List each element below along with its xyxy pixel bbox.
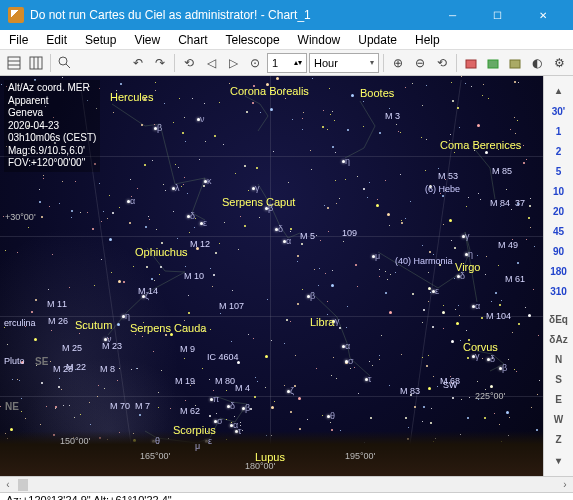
- star-greek-label: β: [245, 403, 250, 413]
- star-greek-label: β: [310, 291, 315, 301]
- horizontal-scrollbar[interactable]: ‹ ›: [0, 476, 573, 492]
- window-title: Do not run Cartes du Ciel as administrat…: [30, 8, 430, 22]
- object-label: M 70: [110, 401, 130, 411]
- time-prev-button[interactable]: ◁: [201, 53, 221, 73]
- svg-point-6: [59, 57, 67, 65]
- fov-button-310[interactable]: 310: [548, 281, 570, 301]
- time-now-button[interactable]: ⊙: [245, 53, 265, 73]
- menu-telescope[interactable]: Telescope: [217, 31, 289, 49]
- nav-button-E[interactable]: E: [548, 389, 570, 409]
- fov-button-45[interactable]: 45: [548, 221, 570, 241]
- star-greek-label: δ: [278, 224, 283, 234]
- star-greek-label: γ: [475, 351, 480, 361]
- menu-setup[interactable]: Setup: [76, 31, 125, 49]
- object-label: M 107: [219, 301, 244, 311]
- grid2-button[interactable]: [26, 53, 46, 73]
- menu-update[interactable]: Update: [349, 31, 406, 49]
- print-button[interactable]: [505, 53, 525, 73]
- fov-button-90[interactable]: 90: [548, 241, 570, 261]
- star-greek-label: α: [345, 341, 350, 351]
- constellation-label: Hercules: [110, 91, 153, 103]
- star-greek-label: β: [502, 363, 507, 373]
- undo-button[interactable]: ↶: [128, 53, 148, 73]
- maximize-button[interactable]: ☐: [475, 0, 520, 30]
- star-greek-label: κ: [207, 176, 212, 186]
- night-button[interactable]: ◐: [527, 53, 547, 73]
- object-label: M 19: [175, 376, 195, 386]
- time-reset-button[interactable]: ⟲: [179, 53, 199, 73]
- svg-line-7: [66, 64, 70, 68]
- star-greek-label: β: [268, 203, 273, 213]
- constellation-label: Serpens Caput: [222, 196, 295, 208]
- export-button[interactable]: [461, 53, 481, 73]
- star-greek-label: ε: [203, 218, 207, 228]
- nav-button-Z[interactable]: Z: [548, 429, 570, 449]
- constellation-label: Coma Berenices: [440, 139, 521, 151]
- star-greek-label: η: [125, 311, 130, 321]
- scroll-left-button[interactable]: ‹: [0, 479, 16, 490]
- time-next-button[interactable]: ▷: [223, 53, 243, 73]
- small-label: Pluto: [4, 356, 25, 366]
- fov-button-2[interactable]: 2: [548, 141, 570, 161]
- grid1-button[interactable]: [4, 53, 24, 73]
- star-greek-label: ζ: [290, 386, 294, 396]
- close-button[interactable]: ✕: [520, 0, 565, 30]
- asteroid-label: (6) Hebe: [425, 184, 460, 194]
- coord-label: +30°00': [5, 212, 36, 222]
- compass-label: SE: [35, 356, 48, 367]
- coord-label: 195°00': [345, 451, 375, 461]
- menu-window[interactable]: Window: [289, 31, 350, 49]
- nav-button-δEq[interactable]: δEq: [548, 309, 570, 329]
- fov-button-5[interactable]: 5: [548, 161, 570, 181]
- star-greek-label: δ: [230, 401, 235, 411]
- fov-button-180[interactable]: 180: [548, 261, 570, 281]
- star-greek-label: γ: [465, 231, 470, 241]
- menu-chart[interactable]: Chart: [169, 31, 216, 49]
- config-button[interactable]: ⚙: [549, 53, 569, 73]
- object-label: M 11: [47, 299, 67, 309]
- object-label: M 62: [180, 406, 200, 416]
- star-greek-label: δ: [460, 271, 465, 281]
- minimize-button[interactable]: ─: [430, 0, 475, 30]
- star-greek-label: λ: [175, 183, 180, 193]
- compass-label: NE: [5, 401, 19, 412]
- right-sidebar: ▴ 30'12510204590180310 δEqδAzNSEWZ ▾: [543, 76, 573, 476]
- object-label: M 25: [62, 343, 82, 353]
- object-label: M 84: [490, 198, 510, 208]
- svg-rect-10: [510, 60, 520, 68]
- rotate-button[interactable]: ⟲: [432, 53, 452, 73]
- nav-button-N[interactable]: N: [548, 349, 570, 369]
- expand-button[interactable]: ▾: [548, 450, 570, 470]
- zoom-in-button[interactable]: ⊕: [388, 53, 408, 73]
- menu-help[interactable]: Help: [406, 31, 449, 49]
- scroll-thumb[interactable]: [18, 479, 28, 491]
- nav-button-δAz[interactable]: δAz: [548, 329, 570, 349]
- scroll-right-button[interactable]: ›: [557, 479, 573, 490]
- constellation-label: Scutum: [75, 319, 112, 331]
- svg-rect-9: [488, 60, 498, 68]
- fov-button-10[interactable]: 10: [548, 181, 570, 201]
- star-greek-label: γ: [335, 316, 340, 326]
- search-button[interactable]: [55, 53, 75, 73]
- menu-edit[interactable]: Edit: [37, 31, 76, 49]
- object-label: 37: [515, 198, 525, 208]
- sky-chart[interactable]: Alt/Az coord. MER Apparent Geneva 2020-0…: [0, 76, 543, 476]
- app-icon: [8, 7, 24, 23]
- object-label: M 49: [498, 240, 518, 250]
- chart-button[interactable]: [483, 53, 503, 73]
- zoom-out-button[interactable]: ⊖: [410, 53, 430, 73]
- time-step-input[interactable]: 1▴▾: [267, 53, 307, 73]
- titlebar: Do not run Cartes du Ciel as administrat…: [0, 0, 573, 30]
- time-unit-select[interactable]: Hour▾: [309, 53, 379, 73]
- nav-button-W[interactable]: W: [548, 409, 570, 429]
- fov-button-20[interactable]: 20: [548, 201, 570, 221]
- nav-button-S[interactable]: S: [548, 369, 570, 389]
- object-label: M 80: [215, 376, 235, 386]
- menu-view[interactable]: View: [125, 31, 169, 49]
- fov-button-1[interactable]: 1: [548, 121, 570, 141]
- redo-button[interactable]: ↷: [150, 53, 170, 73]
- collapse-button[interactable]: ▴: [548, 80, 570, 100]
- fov-button-30'[interactable]: 30': [548, 101, 570, 121]
- star-greek-label: β: [157, 123, 162, 133]
- menu-file[interactable]: File: [0, 31, 37, 49]
